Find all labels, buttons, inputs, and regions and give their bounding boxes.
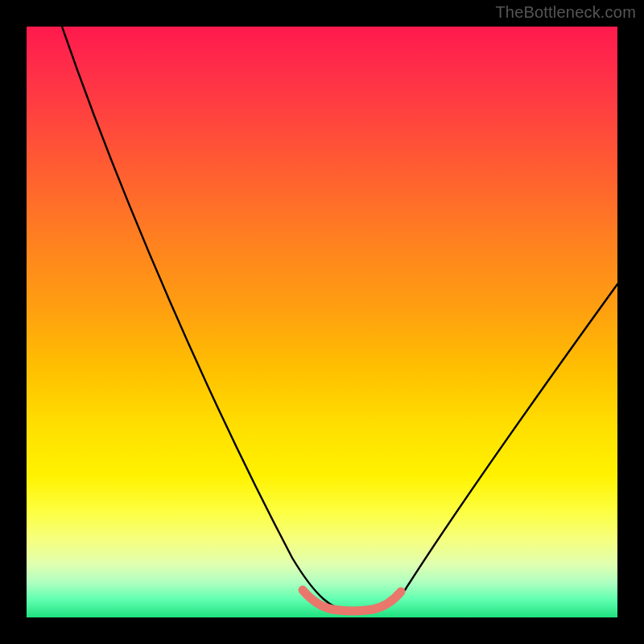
bottleneck-curve <box>62 27 617 611</box>
plot-area <box>27 27 617 617</box>
watermark-text: TheBottleneck.com <box>495 3 636 22</box>
chart-frame: TheBottleneck.com <box>0 0 644 644</box>
curve-layer <box>27 27 617 617</box>
